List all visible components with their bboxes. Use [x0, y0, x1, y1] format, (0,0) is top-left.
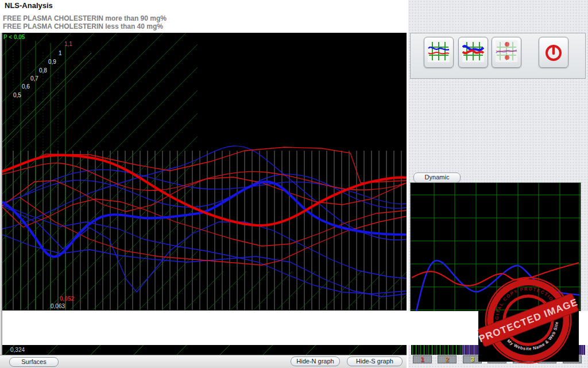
spectrum-green-section	[411, 345, 462, 355]
axis-tick-1-1: 1,1	[64, 41, 72, 47]
bottom-scale-strip: 0,324	[2, 345, 407, 355]
line-chart-thin-icon	[428, 40, 450, 62]
page-title: NLS-Analysis	[5, 1, 53, 10]
bottom-strip-decor	[2, 345, 407, 355]
main-nls-3d-chart: P < 0.05 1,1 1 0,9 0,8 0,7 0,6 0,5 0,052…	[2, 33, 407, 310]
axis-tick-0-6: 0,6	[22, 84, 30, 90]
chart-mode-toolbar	[410, 33, 586, 79]
line-chart-faded-icon	[496, 40, 517, 62]
bottom-toolbar: Surfaces Hide-N graph Hide-S graph	[0, 355, 407, 368]
power-close-icon	[542, 40, 565, 63]
bottom-scale-value: 0,324	[10, 347, 25, 353]
nls-analysis-window: NLS-Analysis FREE PLASMA CHOLESTERIN mor…	[0, 0, 588, 368]
axis-tick-1: 1	[59, 51, 62, 56]
dynamic-tab-button[interactable]: Dynamic	[413, 172, 461, 183]
chart-view-faded-button[interactable]	[492, 37, 521, 68]
close-analysis-button[interactable]	[539, 37, 568, 68]
surfaces-button[interactable]: Surfaces	[9, 357, 59, 367]
chart-view-thick-button[interactable]	[458, 37, 488, 68]
analysis-subtitle-line1: FREE PLASMA CHOLESTERIN more than 90 mg%	[3, 14, 167, 22]
scale-cell-2[interactable]: 2	[438, 355, 457, 363]
chart-view-thin-button[interactable]	[424, 37, 454, 68]
p-value-label: P < 0.05	[3, 34, 25, 40]
scale-cell-1[interactable]: 1	[413, 355, 432, 363]
analysis-subtitle-line2: FREE PLASMA CHOLESTERIN less than 40 mg%	[3, 22, 163, 30]
line-chart-thick-icon	[462, 40, 484, 62]
axis-tick-0-5: 0,5	[13, 93, 21, 98]
hide-s-graph-button[interactable]: Hide-S graph	[347, 356, 403, 366]
hide-n-graph-button[interactable]: Hide-N graph	[291, 356, 340, 366]
axis-tick-0-9: 0,9	[48, 59, 56, 65]
marker-value-red: 0,052	[60, 296, 74, 302]
axis-tick-0-7: 0,7	[30, 76, 38, 82]
main-chart-canvas	[2, 33, 407, 310]
axis-tick-0-8: 0,8	[39, 68, 47, 74]
marker-value-white: 0,063	[51, 304, 65, 309]
protected-image-stamp: DIGITAL COPY PROTECTION My Website Name …	[470, 268, 588, 368]
stamp-seal-icon: DIGITAL COPY PROTECTION My Website Name …	[470, 268, 588, 368]
